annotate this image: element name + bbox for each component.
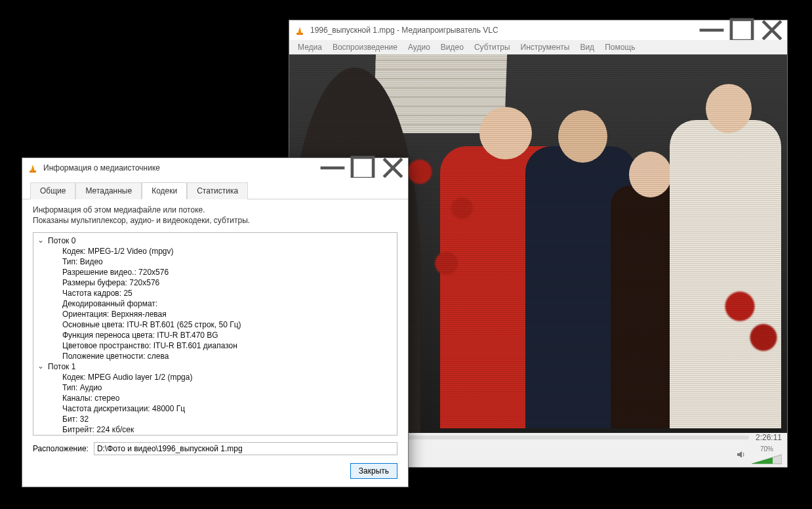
location-input[interactable] <box>94 442 397 455</box>
dialog-title-text: Информация о медиаисточнике <box>43 163 317 173</box>
volume-percent: 70% <box>760 445 773 453</box>
tab-codecs[interactable]: Кодеки <box>142 182 187 199</box>
menu-help[interactable]: Помощь <box>600 41 639 53</box>
vlc-cone-icon <box>294 25 305 35</box>
minimize-button[interactable] <box>697 20 727 40</box>
stream-property[interactable]: Частота кадров: 25 <box>33 288 397 298</box>
stream-property[interactable]: Каналы: стерео <box>33 393 397 403</box>
dialog-titlebar[interactable]: Информация о медиаисточнике <box>22 158 408 178</box>
menu-subtitles[interactable]: Субтитры <box>470 41 515 53</box>
dialog-window-buttons <box>317 158 408 178</box>
volume-control: 70% <box>736 445 782 464</box>
vlc-menubar: Медиа Воспроизведение Аудио Видео Субтит… <box>289 40 787 54</box>
stream-property[interactable]: Тип: Аудио <box>33 382 397 393</box>
vlc-cone-icon <box>28 163 38 173</box>
desc-line-2: Показаны мультиплексор, аудио- и видеоко… <box>33 215 397 226</box>
vlc-window-title: 1996_выпускной 1.mpg - Медиапроигрывател… <box>310 26 697 35</box>
dialog-tabs: Общие Метаданные Кодеки Статистика <box>22 178 408 199</box>
volume-slider[interactable] <box>752 454 782 464</box>
dialog-minimize-button[interactable] <box>317 158 348 178</box>
stream-property[interactable]: Цветовое пространство: ITU-R BT.601 диап… <box>33 340 397 351</box>
stream-property[interactable]: Ориентация: Верхняя-левая <box>33 309 397 319</box>
dialog-description: Информация об этом медиафайле или потоке… <box>22 199 408 230</box>
speaker-icon[interactable] <box>736 449 746 460</box>
stream-property[interactable]: Основные цвета: ITU-R BT.601 (625 строк,… <box>33 319 397 330</box>
close-button[interactable] <box>757 20 787 40</box>
vlc-titlebar[interactable]: 1996_выпускной 1.mpg - Медиапроигрывател… <box>289 20 787 40</box>
codec-tree[interactable]: Поток 0Кодек: MPEG-1/2 Video (mpgv)Тип: … <box>33 232 397 436</box>
stream-property[interactable]: Декодированный формат: <box>33 298 397 309</box>
tab-statistics[interactable]: Статистика <box>187 182 248 199</box>
svg-rect-10 <box>352 157 373 178</box>
stream-property[interactable]: Тип: Видео <box>33 256 397 267</box>
menu-media[interactable]: Медиа <box>293 41 327 53</box>
menu-view[interactable]: Вид <box>575 41 599 53</box>
time-total: 2:26:11 <box>756 433 782 442</box>
stream-node[interactable]: Поток 0 <box>33 235 397 246</box>
dialog-button-row: Закрыть <box>22 459 408 487</box>
tab-metadata[interactable]: Метаданные <box>75 182 142 199</box>
stream-property[interactable]: Кодек: MPEG Audio layer 1/2 (mpga) <box>33 372 397 382</box>
stream-property[interactable]: Бит: 32 <box>33 414 397 424</box>
location-label: Расположение: <box>33 444 89 453</box>
stream-property[interactable]: Разрешение видео.: 720x576 <box>33 267 397 277</box>
stream-property[interactable]: Размеры буфера: 720x576 <box>33 277 397 288</box>
media-info-dialog: Информация о медиаисточнике Общие Метада… <box>22 157 409 487</box>
menu-playback[interactable]: Воспроизведение <box>328 41 402 53</box>
svg-rect-1 <box>731 20 752 41</box>
menu-tools[interactable]: Инструменты <box>516 41 575 53</box>
stream-property[interactable]: Кодек: MPEG-1/2 Video (mpgv) <box>33 246 397 256</box>
tab-general[interactable]: Общие <box>30 182 75 199</box>
dialog-close-button[interactable] <box>378 158 408 178</box>
dialog-close-action-button[interactable]: Закрыть <box>350 463 397 479</box>
stream-property[interactable]: Битрейт: 224 кб/сек <box>33 424 397 435</box>
dialog-maximize-button[interactable] <box>348 158 378 178</box>
menu-audio[interactable]: Аудио <box>403 41 435 53</box>
stream-property[interactable]: Положение цветности: слева <box>33 351 397 361</box>
location-row: Расположение: <box>22 436 408 459</box>
window-buttons <box>697 20 787 40</box>
maximize-button[interactable] <box>727 20 757 40</box>
desc-line-1: Информация об этом медиафайле или потоке… <box>33 205 397 215</box>
stream-property[interactable]: Функция переноса цвета: ITU-R BT.470 BG <box>33 330 397 340</box>
stream-node[interactable]: Поток 1 <box>33 361 397 372</box>
menu-video[interactable]: Видео <box>436 41 468 53</box>
stream-property[interactable]: Частота дискретизации: 48000 Гц <box>33 403 397 414</box>
